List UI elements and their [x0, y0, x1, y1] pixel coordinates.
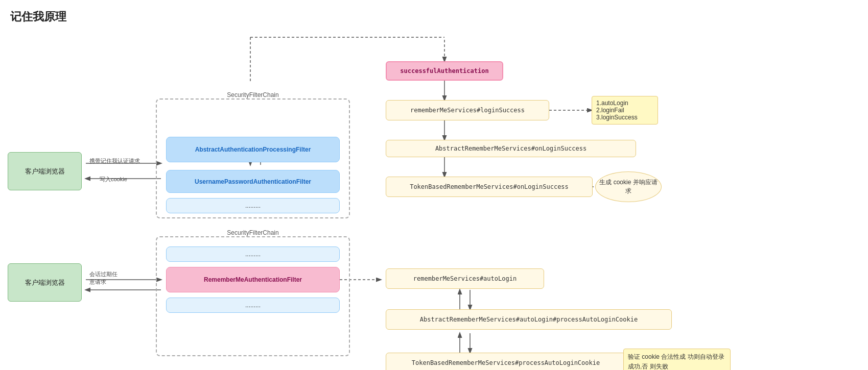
- note-validate-cookie: 验证 cookie 合法性成 功则自动登录成功,否 则失败: [623, 349, 731, 370]
- flow-abstract-auto-login: AbstractRememberMeServices#autoLogin#pro…: [386, 309, 672, 330]
- flow-successful-auth: successfulAuthentication: [386, 61, 503, 81]
- filter-chain-1-label: SecurityFilterChain: [227, 91, 278, 98]
- filter-dots-2: .........: [166, 246, 340, 262]
- abstract-auth-filter: AbstractAuthenticationProcessingFilter: [166, 137, 340, 162]
- filter-dots-3: .........: [166, 298, 340, 313]
- client-browser-1: 客户端浏览器: [8, 152, 82, 190]
- client-browser-2: 客户端浏览器: [8, 263, 82, 302]
- flow-remember-me-login: rememberMeServices#loginSuccess: [386, 100, 549, 120]
- flow-token-login: TokenBasedRememberMeServices#onLoginSucc…: [386, 177, 593, 197]
- flow-token-process-cookie: TokenBasedRememberMeServices#processAuto…: [386, 353, 626, 370]
- flow-auto-login: rememberMeServices#autoLogin: [386, 268, 544, 289]
- page-title: 记住我原理: [0, 0, 868, 24]
- filter-chain-2-label: SecurityFilterChain: [227, 229, 278, 236]
- arrow-label-session-expire: 会话过期任 意请求: [89, 270, 118, 286]
- username-password-filter: UsernamePasswordAuthenticationFilter: [166, 170, 340, 193]
- filter-dots-1: .........: [166, 198, 340, 213]
- flow-abstract-login: AbstractRememberMeServices#onLoginSucces…: [386, 140, 636, 157]
- remember-me-filter: RememberMeAuthenticationFilter: [166, 267, 340, 292]
- note-methods: 1.autoLogin 2.loginFail 3.loginSuccess: [592, 96, 658, 125]
- arrow-label-write-cookie: 写入cookie: [100, 176, 127, 183]
- arrow-label-carry-auth: 携带记住我认证请求: [89, 157, 140, 165]
- note-generate-cookie: 生成 cookie 并响应请 求: [595, 171, 662, 202]
